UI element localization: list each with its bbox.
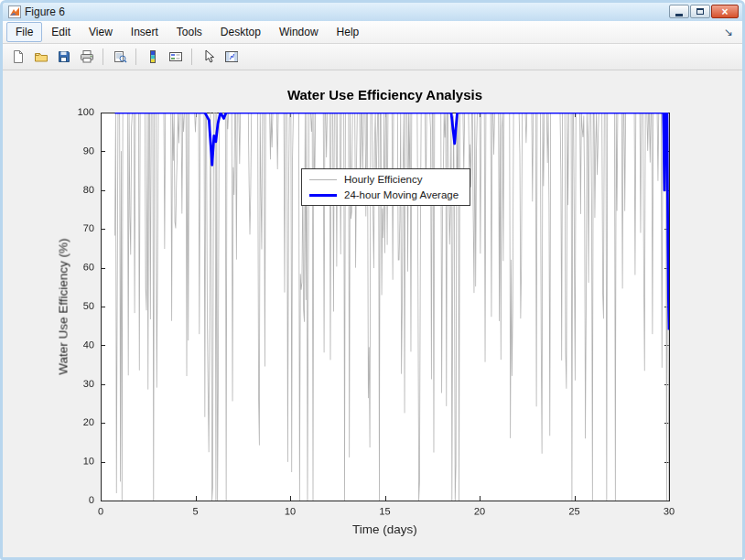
title-bar[interactable]: Figure 6 × xyxy=(3,3,742,21)
save-figure-button[interactable] xyxy=(53,47,74,67)
menu-item-tools[interactable]: Tools xyxy=(167,22,211,42)
window-title: Figure 6 xyxy=(25,5,65,18)
menu-item-help[interactable]: Help xyxy=(328,22,369,42)
restore-icon xyxy=(696,8,704,15)
figure-window: Figure 6 × File Edit View Insert Tools D… xyxy=(0,0,745,560)
chart-title: Water Use Efficiency Analysis xyxy=(101,87,669,102)
print-preview-button[interactable] xyxy=(109,47,130,67)
legend-entry-hourly: Hourly Efficiency xyxy=(309,174,459,185)
legend[interactable]: Hourly Efficiency 24-hour Moving Average xyxy=(301,168,470,206)
show-plot-tools-button[interactable] xyxy=(221,47,242,67)
restore-button[interactable] xyxy=(690,5,710,18)
menu-bar: File Edit View Insert Tools Desktop Wind… xyxy=(3,21,742,44)
plot-area[interactable] xyxy=(3,70,742,557)
minimize-button[interactable] xyxy=(669,5,689,18)
x-axis-label: Time (days) xyxy=(101,522,669,536)
legend-line-sample-gray xyxy=(309,179,337,180)
insert-colorbar-icon xyxy=(146,49,160,64)
legend-entry-moving-average: 24-hour Moving Average xyxy=(309,189,459,200)
insert-legend-icon xyxy=(168,49,183,64)
legend-label: 24-hour Moving Average xyxy=(344,189,459,200)
figure-toolbar xyxy=(3,44,742,70)
print-preview-icon xyxy=(113,49,127,64)
print-figure-icon xyxy=(80,49,94,64)
menu-item-desktop[interactable]: Desktop xyxy=(211,22,270,42)
edit-plot-button[interactable] xyxy=(198,47,219,67)
close-button[interactable]: × xyxy=(711,5,739,18)
edit-plot-icon xyxy=(201,49,216,64)
menu-item-insert[interactable]: Insert xyxy=(122,22,167,42)
insert-legend-button[interactable] xyxy=(165,47,186,67)
minimize-icon xyxy=(675,14,683,16)
menu-item-view[interactable]: View xyxy=(80,22,122,42)
toolbar-separator xyxy=(103,48,103,65)
toolbar-separator xyxy=(191,48,192,65)
print-figure-button[interactable] xyxy=(76,47,97,67)
new-figure-icon xyxy=(11,49,26,64)
insert-colorbar-button[interactable] xyxy=(142,47,163,67)
legend-line-sample-blue xyxy=(309,194,337,197)
toolbar-separator xyxy=(135,48,136,65)
show-plot-tools-icon xyxy=(224,49,239,64)
menu-item-file[interactable]: File xyxy=(6,22,42,42)
figure-area: Water Use Efficiency Analysis Time (days… xyxy=(3,70,742,557)
matlab-figure-icon xyxy=(8,5,21,18)
save-figure-icon xyxy=(57,49,71,64)
y-axis-label: Water Use Efficiency (%) xyxy=(57,238,70,374)
menu-item-window[interactable]: Window xyxy=(270,22,328,42)
new-figure-button[interactable] xyxy=(7,47,28,67)
menu-item-edit[interactable]: Edit xyxy=(42,22,80,42)
dock-figure-icon[interactable]: ↘ xyxy=(724,26,739,38)
open-file-icon xyxy=(34,49,49,64)
open-file-button[interactable] xyxy=(30,47,51,67)
close-icon: × xyxy=(721,6,728,17)
legend-label: Hourly Efficiency xyxy=(344,174,422,185)
